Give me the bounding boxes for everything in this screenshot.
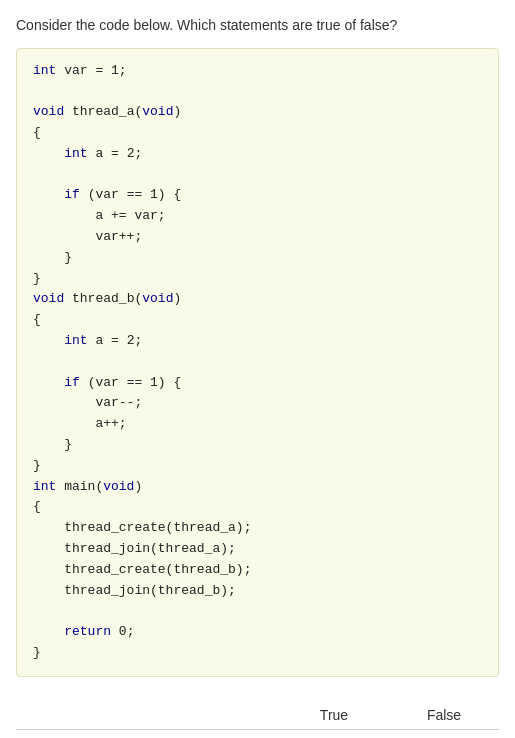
col-true-header: True xyxy=(279,707,389,723)
question-text: Consider the code below. Which statement… xyxy=(16,16,499,36)
table-header: True False xyxy=(16,701,499,730)
col-false-header: False xyxy=(389,707,499,723)
answer-table: True False There can be a racecondition … xyxy=(16,701,499,738)
code-block: int var = 1; void thread_a(void) { int a… xyxy=(16,48,499,677)
table-row: There can be a racecondition on `var` xyxy=(16,730,499,738)
